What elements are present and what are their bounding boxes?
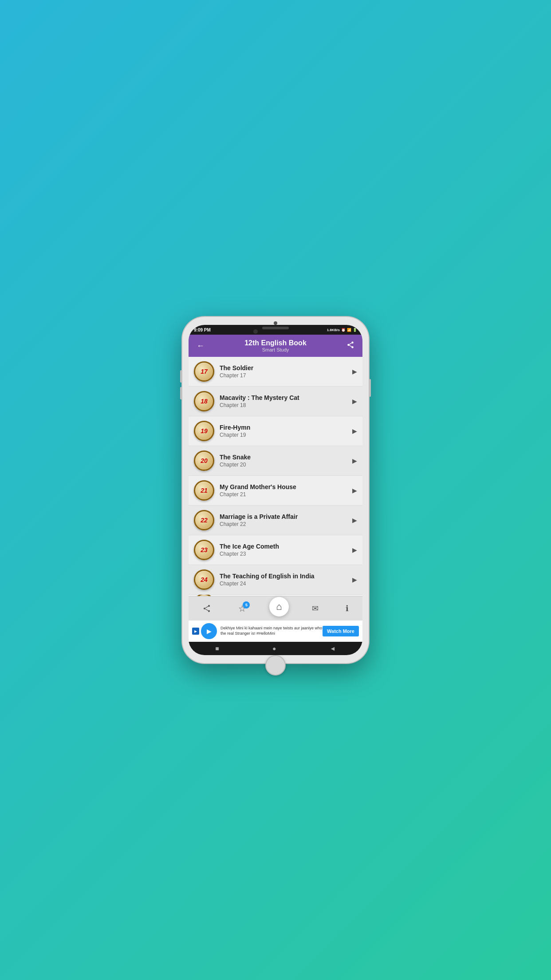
chevron-right-icon: ▶ xyxy=(352,487,357,494)
chapter-info: Marriage is a Private Affair Chapter 22 xyxy=(220,513,352,527)
chapter-item[interactable]: 18 Macavity : The Mystery Cat Chapter 18… xyxy=(189,387,362,416)
chapter-item[interactable]: 17 The Soldier Chapter 17 ▶ xyxy=(189,357,362,387)
watch-more-button[interactable]: Watch More xyxy=(323,626,359,636)
header-title-block: 12th English Book Smart Study xyxy=(206,339,345,352)
badge-number: 19 xyxy=(201,427,208,435)
nav-info[interactable]: ℹ xyxy=(341,602,353,615)
stop-button[interactable]: ■ xyxy=(215,645,219,652)
chapter-subtitle: Chapter 24 xyxy=(220,581,352,587)
android-home-button[interactable]: ● xyxy=(272,645,276,652)
chapter-info: My Grand Mother's House Chapter 21 xyxy=(220,483,352,498)
back-button[interactable]: ← xyxy=(195,340,206,352)
chapter-badge-20: 20 xyxy=(194,450,214,471)
chapter-title: The Teaching of English in India xyxy=(220,573,352,580)
nav-home[interactable]: ⌂ xyxy=(269,597,289,616)
chapter-subtitle: Chapter 23 xyxy=(220,551,352,557)
chapter-subtitle: Chapter 21 xyxy=(220,491,352,498)
chapter-item[interactable]: 21 My Grand Mother's House Chapter 21 ▶ xyxy=(189,476,362,506)
badge-number: 20 xyxy=(201,457,208,464)
badge-number: 17 xyxy=(201,368,208,375)
chapter-badge-24: 24 xyxy=(194,569,214,590)
chapter-list: 17 The Soldier Chapter 17 ▶ 18 Macavity … xyxy=(189,357,362,596)
vol-down-button[interactable] xyxy=(180,387,182,399)
svg-line-3 xyxy=(349,345,351,347)
bottom-nav: ☆ 5 ⌂ ✉ ℹ xyxy=(189,596,362,620)
chapter-title: Macavity : The Mystery Cat xyxy=(220,394,352,401)
chevron-right-icon: ▶ xyxy=(352,457,357,464)
svg-point-6 xyxy=(204,607,205,609)
ad-text: Dekhiye Mini ki kahaani mein naye twists… xyxy=(220,626,323,636)
chapter-item[interactable]: 24 The Teaching of English in India Chap… xyxy=(189,565,362,595)
chevron-right-icon: ▶ xyxy=(352,576,357,583)
chapter-subtitle: Chapter 22 xyxy=(220,521,352,527)
badge-number: 21 xyxy=(201,487,208,494)
chapter-info: The Ice Age Cometh Chapter 23 xyxy=(220,543,352,557)
chevron-right-icon: ▶ xyxy=(352,546,357,553)
home-icon: ⌂ xyxy=(276,601,282,612)
badge-number: 18 xyxy=(201,398,208,405)
favorites-badge: 5 xyxy=(243,601,250,609)
android-nav-bar: ■ ● ◄ xyxy=(189,642,362,655)
chapter-badge-18: 18 xyxy=(194,391,214,411)
chapter-info: Macavity : The Mystery Cat Chapter 18 xyxy=(220,394,352,408)
svg-point-0 xyxy=(351,342,354,344)
chapter-info: The Soldier Chapter 17 xyxy=(220,364,352,379)
chapter-badge-21: 21 xyxy=(194,480,214,501)
phone-screen: 9:09 PM 1.8KB/s ⏰ 📶 🔋 ← 12th English Boo… xyxy=(189,325,362,655)
ad-banner: ▶ ▶ Dekhiye Mini ki kahaani mein naye tw… xyxy=(189,620,362,642)
chapter-item[interactable]: 23 The Ice Age Cometh Chapter 23 ▶ xyxy=(189,535,362,565)
phone-frame: 9:09 PM 1.8KB/s ⏰ 📶 🔋 ← 12th English Boo… xyxy=(182,317,369,663)
chapter-item[interactable]: 19 Fire-Hymn Chapter 19 ▶ xyxy=(189,416,362,446)
svg-line-9 xyxy=(205,606,208,608)
badge-number: 24 xyxy=(201,576,208,583)
svg-point-5 xyxy=(208,605,210,607)
chevron-right-icon: ▶ xyxy=(352,427,357,435)
speaker xyxy=(262,327,289,329)
battery-icon: 🔋 xyxy=(353,328,357,332)
info-icon: ℹ xyxy=(346,604,349,613)
chevron-right-icon: ▶ xyxy=(352,398,357,405)
badge-number: 23 xyxy=(201,546,208,553)
svg-point-7 xyxy=(208,610,210,612)
alarm-icon: ⏰ xyxy=(341,328,346,332)
nav-favorites[interactable]: ☆ 5 xyxy=(234,601,251,616)
chapter-badge-19: 19 xyxy=(194,421,214,441)
chapter-badge-23: 23 xyxy=(194,540,214,560)
svg-point-2 xyxy=(351,346,354,348)
chapter-badge-22: 22 xyxy=(194,510,214,530)
badge-number: 22 xyxy=(201,517,208,524)
chapter-title: The Ice Age Cometh xyxy=(220,543,352,550)
camera-lens xyxy=(253,329,258,334)
nav-share[interactable] xyxy=(198,602,216,615)
share-button[interactable] xyxy=(345,339,356,352)
chapter-item[interactable]: 20 The Snake Chapter 20 ▶ xyxy=(189,446,362,476)
app-header: ← 12th English Book Smart Study xyxy=(189,335,362,357)
power-button[interactable] xyxy=(369,379,371,397)
svg-line-4 xyxy=(349,343,351,344)
ad-play-button[interactable]: ▶ xyxy=(201,623,217,639)
android-back-button[interactable]: ◄ xyxy=(330,645,336,652)
nav-mail[interactable]: ✉ xyxy=(307,602,323,615)
chapter-subtitle: Chapter 17 xyxy=(220,372,352,379)
chevron-right-icon: ▶ xyxy=(352,368,357,375)
vol-up-button[interactable] xyxy=(180,370,182,383)
svg-point-1 xyxy=(347,344,350,346)
home-button[interactable] xyxy=(265,655,286,676)
status-indicators: 1.8KB/s ⏰ 📶 🔋 xyxy=(327,328,357,332)
chapter-title: The Soldier xyxy=(220,364,352,371)
chapter-badge-17: 17 xyxy=(194,361,214,382)
chapter-title: Fire-Hymn xyxy=(220,424,352,431)
chapter-info: Fire-Hymn Chapter 19 xyxy=(220,424,352,438)
status-time: 9:09 PM xyxy=(194,328,211,332)
chapter-title: My Grand Mother's House xyxy=(220,483,352,490)
chevron-right-icon: ▶ xyxy=(352,517,357,524)
chapter-info: The Teaching of English in India Chapter… xyxy=(220,573,352,587)
ad-logo: ▶ xyxy=(192,628,199,635)
chapter-info: The Snake Chapter 20 xyxy=(220,454,352,468)
chapter-title: The Snake xyxy=(220,454,352,461)
front-camera xyxy=(274,321,277,325)
svg-line-8 xyxy=(205,609,208,610)
chapter-item[interactable]: 22 Marriage is a Private Affair Chapter … xyxy=(189,506,362,535)
app-subtitle: Smart Study xyxy=(206,347,345,352)
chapter-subtitle: Chapter 20 xyxy=(220,462,352,468)
